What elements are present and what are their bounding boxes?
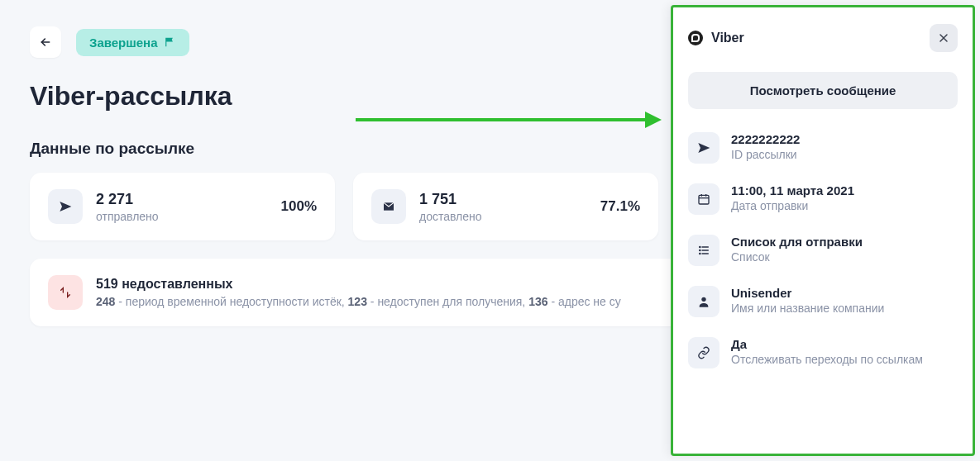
info-row-tracking: Да Отслеживать переходы по ссылкам: [688, 337, 958, 368]
send-icon: [48, 189, 83, 224]
details-panel: Viber Посмотреть сообщение 2222222222 ID…: [671, 5, 975, 456]
info-row-date: 11:00, 11 марта 2021 Дата отправки: [688, 183, 958, 215]
panel-brand-label: Viber: [711, 31, 744, 45]
stat-sent-label: отправлено: [96, 210, 159, 223]
svg-point-13: [700, 250, 700, 250]
status-chip: Завершена: [76, 29, 189, 56]
info-id-value: 2222222222: [731, 132, 800, 146]
stat-card-delivered: 1 751 доставлено 77.1%: [353, 173, 658, 240]
arrow-left-icon: [39, 36, 52, 49]
back-button[interactable]: [30, 26, 61, 58]
viber-icon: [688, 31, 703, 45]
stat-delivered-label: доставлено: [419, 210, 482, 223]
status-chip-label: Завершена: [89, 36, 158, 50]
info-list-value: Список для отправки: [731, 235, 863, 249]
svg-point-14: [700, 253, 700, 254]
failures-title: 519 недоставленных: [96, 277, 621, 292]
close-button[interactable]: [930, 24, 958, 52]
stat-sent-value: 2 271: [96, 191, 159, 208]
stat-card-sent: 2 271 отправлено 100%: [30, 173, 335, 240]
flag-icon: [165, 36, 176, 48]
mail-icon: [371, 189, 406, 224]
svg-point-15: [701, 297, 705, 302]
info-row-list: Список для отправки Список: [688, 235, 958, 266]
view-message-button[interactable]: Посмотреть сообщение: [688, 72, 958, 109]
panel-brand: Viber: [688, 31, 744, 45]
send-icon: [688, 132, 719, 164]
stat-delivered-value: 1 751: [419, 191, 482, 208]
svg-rect-5: [699, 195, 709, 204]
stat-sent-pct: 100%: [281, 198, 317, 215]
info-sender-label: Имя или название компании: [731, 302, 884, 315]
link-icon: [688, 337, 719, 368]
close-icon: [937, 31, 950, 45]
info-row-sender: Unisender Имя или название компании: [688, 286, 958, 317]
info-date-value: 11:00, 11 марта 2021: [731, 183, 854, 197]
info-list-label: Список: [731, 250, 863, 264]
info-id-label: ID рассылки: [731, 148, 800, 161]
stat-delivered-pct: 77.1%: [600, 198, 640, 215]
info-track-value: Да: [731, 337, 923, 351]
info-row-id: 2222222222 ID рассылки: [688, 132, 958, 164]
list-icon: [688, 235, 719, 266]
failures-detail: 248 - период временной недоступности ист…: [96, 295, 621, 308]
info-track-label: Отслеживать переходы по ссылкам: [731, 353, 923, 366]
failures-card: 519 недоставленных 248 - период временно…: [30, 259, 708, 326]
info-sender-value: Unisender: [731, 286, 884, 300]
bounce-icon: [48, 275, 83, 310]
user-icon: [688, 286, 719, 317]
svg-point-12: [700, 246, 700, 247]
info-date-label: Дата отправки: [731, 199, 854, 212]
calendar-icon: [688, 183, 719, 215]
